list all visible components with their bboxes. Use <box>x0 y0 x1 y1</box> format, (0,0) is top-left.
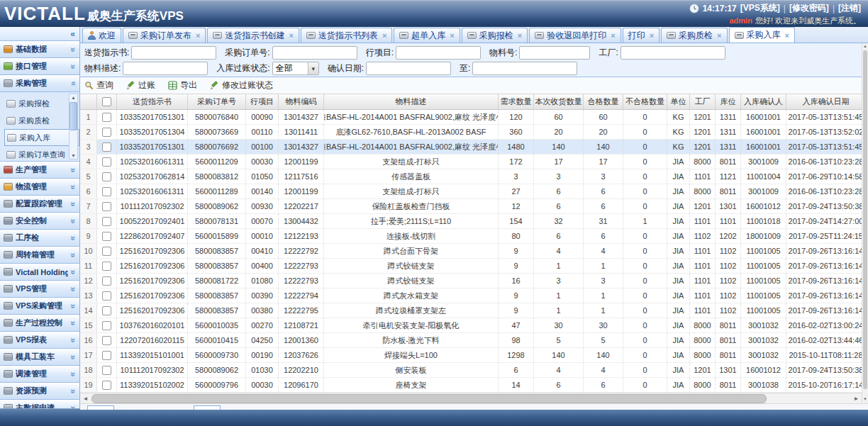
row-checkbox[interactable] <box>102 142 111 152</box>
close-icon[interactable]: × <box>717 31 721 40</box>
sidebar-group-采购管理[interactable]: 采购管理» <box>0 75 79 92</box>
table-row[interactable]: 1212516201709230658000817220108012222793… <box>80 274 868 288</box>
table-row[interactable]: 1911339201510200256000097960003012096170… <box>80 378 868 393</box>
sidebar-group-基础数据[interactable]: 基础数据» <box>0 41 79 58</box>
row-checkbox[interactable] <box>102 113 111 122</box>
vscroll-thumb[interactable] <box>863 50 867 389</box>
toolbar-button-导出[interactable]: 导出 <box>168 79 197 91</box>
tab-采购入库[interactable]: 采购入库× <box>729 27 795 43</box>
table-row[interactable]: 710111201709230258000890620093012202217保… <box>80 199 868 214</box>
sidebar-group-资源预测[interactable]: 资源预测» <box>0 383 79 400</box>
scroll-right-icon[interactable]: ► <box>851 393 862 403</box>
pagination-input[interactable] <box>87 405 114 410</box>
table-row[interactable]: 110335201705130158000768400009013014327亚… <box>80 110 868 125</box>
row-checkbox[interactable] <box>102 157 111 167</box>
sidebar-group-配置跟踪管理[interactable]: 配置跟踪管理» <box>0 196 79 213</box>
tab-验收退回单打印[interactable]: 验收退回单打印× <box>529 28 621 43</box>
row-checkbox[interactable] <box>102 247 111 256</box>
pagination-input[interactable] <box>194 405 221 410</box>
link-logout[interactable]: [注销] <box>838 2 861 14</box>
row-checkbox[interactable] <box>102 276 111 286</box>
toolbar-button-修改过账状态[interactable]: 修改过账状态 <box>210 79 273 91</box>
table-row[interactable]: 210335201705130458000736690011013011411底… <box>80 125 868 140</box>
plant-input[interactable] <box>621 46 725 60</box>
row-checkbox[interactable] <box>102 336 111 345</box>
horizontal-scrollbar[interactable]: ◄ ► <box>80 393 868 403</box>
select-all-checkbox[interactable] <box>102 97 111 106</box>
table-row[interactable]: 1510376201602010156000100350027012108721… <box>80 318 868 333</box>
material-desc-input[interactable] <box>123 62 208 75</box>
sidebar-group-生产管理[interactable]: 生产管理» <box>0 162 79 179</box>
tab-送货指示书列表[interactable]: 送货指示书列表× <box>301 28 392 43</box>
line-item-input[interactable] <box>396 46 481 60</box>
table-row[interactable]: 1412516201709230658000838570038012222795… <box>80 303 868 318</box>
table-row[interactable]: 1612207201602011556000104150425012001360… <box>80 333 868 348</box>
purchase-order-input[interactable] <box>272 46 357 60</box>
row-checkbox[interactable] <box>102 321 111 330</box>
tab-欢迎[interactable]: 欢迎 <box>82 28 121 43</box>
row-checkbox[interactable] <box>102 217 111 226</box>
vertical-scrollbar[interactable]: ▲ ▼ <box>862 43 868 403</box>
table-row[interactable]: 912286201709240756000158990001012122193连… <box>80 229 868 244</box>
sidebar-group-模具工装车[interactable]: 模具工装车» <box>0 349 79 366</box>
sidebar-group-安全控制[interactable]: 安全控制» <box>0 213 79 230</box>
tab-打印[interactable]: 打印× <box>623 28 660 43</box>
link-change-password[interactable]: [修改密码] <box>789 2 829 14</box>
sidebar-group-周转箱管理[interactable]: 周转箱管理» <box>0 247 79 264</box>
scroll-up-icon[interactable]: ▲ <box>71 94 76 101</box>
close-icon[interactable]: × <box>650 31 654 40</box>
submenu-scrollbar[interactable]: ▲▼ <box>69 94 78 159</box>
tab-采购订单发布[interactable]: 采购订单发布× <box>123 28 206 43</box>
sidebar-group-接口管理[interactable]: 接口管理» <box>0 58 79 75</box>
row-checkbox[interactable] <box>102 202 111 211</box>
tab-超单入库[interactable]: 超单入库× <box>394 28 460 43</box>
table-row[interactable]: 1810111201709230258000890620103012202210… <box>80 363 868 378</box>
sidebar-group-工序检[interactable]: 工序检» <box>0 230 79 247</box>
row-checkbox[interactable] <box>102 232 111 241</box>
close-icon[interactable]: × <box>196 31 200 40</box>
table-row[interactable]: 1711339201510100156000097300019012037626… <box>80 348 868 363</box>
sidebar-collapse-button[interactable]: « <box>0 27 79 41</box>
toolbar-button-查询[interactable]: 查询 <box>84 79 113 91</box>
close-icon[interactable]: × <box>518 31 522 40</box>
table-row[interactable]: 310335201705130158000766920010013014327亚… <box>80 140 868 155</box>
close-icon[interactable]: × <box>785 31 789 40</box>
row-checkbox[interactable] <box>102 187 111 196</box>
confirm-date-to-input[interactable] <box>472 62 577 75</box>
tab-送货指示书创建[interactable]: 送货指示书创建× <box>207 28 299 43</box>
close-icon[interactable]: × <box>289 31 293 40</box>
material-no-input[interactable] <box>519 46 590 60</box>
table-row[interactable]: 810052201709240158000781310007013004432拉… <box>80 214 868 229</box>
row-checkbox[interactable] <box>102 366 111 375</box>
link-vps-system[interactable]: [VPS系统] <box>740 2 780 14</box>
sidebar-group-VPS报表[interactable]: VPS报表» <box>0 332 79 349</box>
sidebar-group-生产过程控制[interactable]: 生产过程控制» <box>0 315 79 332</box>
hscroll-thumb[interactable] <box>91 394 767 403</box>
row-checkbox[interactable] <box>102 128 111 137</box>
scroll-down-icon[interactable]: ▼ <box>71 152 76 159</box>
table-row[interactable]: 1112516201709230658000838570040012222793… <box>80 259 868 274</box>
row-checkbox[interactable] <box>102 172 111 181</box>
table-row[interactable]: 1012516201709230658000838570041012222792… <box>80 244 868 259</box>
tab-采购报检[interactable]: 采购报检× <box>462 28 528 43</box>
scroll-thumb[interactable] <box>69 102 77 130</box>
close-icon[interactable]: × <box>450 31 454 40</box>
row-checkbox[interactable] <box>102 381 111 390</box>
sidebar-group-物流管理[interactable]: 物流管理» <box>0 179 79 196</box>
row-checkbox[interactable] <box>102 262 111 271</box>
close-icon[interactable]: × <box>382 31 386 40</box>
scroll-left-icon[interactable]: ◄ <box>80 393 91 403</box>
scroll-down-icon[interactable]: ▼ <box>862 396 868 403</box>
confirm-date-from-input[interactable] <box>366 62 451 75</box>
sidebar-group-VPS管理[interactable]: VPS管理» <box>0 281 79 298</box>
delivery-note-input[interactable] <box>131 46 216 60</box>
scroll-up-icon[interactable]: ▲ <box>862 43 868 50</box>
row-checkbox[interactable] <box>102 291 111 301</box>
row-checkbox[interactable] <box>102 306 111 315</box>
row-checkbox[interactable] <box>102 351 111 360</box>
table-row[interactable]: 510253201706281458000838120105012117516传… <box>80 169 868 184</box>
toolbar-button-过账[interactable]: 过账 <box>126 79 155 91</box>
table-row[interactable]: 1312516201709230658000838570039012222794… <box>80 288 868 303</box>
sidebar-group-Victall Holding[interactable]: Victall Holding» <box>0 264 79 281</box>
posting-status-select[interactable]: 全部▾ <box>272 62 319 75</box>
